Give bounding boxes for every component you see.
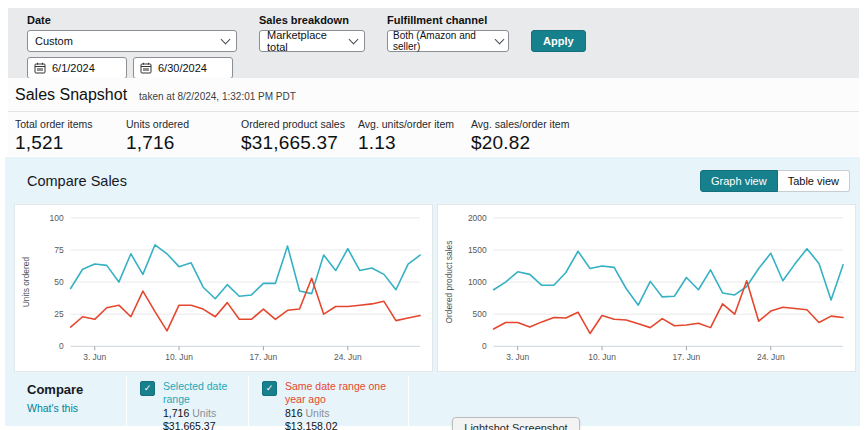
sales-snapshot-header: Sales Snapshot taken at 8/2/2024, 1:32:0… (8, 78, 859, 112)
svg-text:0: 0 (59, 341, 64, 351)
compare-legend: Compare What's this ✓ Selected date rang… (5, 376, 860, 430)
date-preset-value: Custom (35, 35, 73, 47)
svg-text:1500: 1500 (468, 245, 487, 255)
sales-snapshot-section: Sales Snapshot taken at 8/2/2024, 1:32:0… (8, 78, 859, 156)
svg-text:10. Jun: 10. Jun (588, 352, 616, 362)
svg-text:50: 50 (54, 277, 64, 287)
fulfillment-channel-select[interactable]: Both (Amazon and seller) (387, 30, 509, 52)
legend-label-selected: Selected date range (163, 380, 248, 406)
ordered-product-sales-chart-panel: 05001000150020003. Jun10. Jun17. Jun24. … (437, 204, 856, 372)
sales-breakdown-label: Sales breakdown (259, 14, 365, 26)
snapshot-timestamp: taken at 8/2/2024, 1:32:01 PM PDT (139, 91, 296, 102)
calendar-icon (34, 62, 46, 74)
svg-text:1000: 1000 (468, 277, 487, 287)
svg-text:25: 25 (54, 309, 64, 319)
calendar-icon (140, 62, 152, 74)
legend-units-suffix: Units (305, 407, 329, 419)
metric-value: 1,521 (15, 132, 126, 154)
date-filter-label: Date (27, 14, 237, 26)
metric-avg-units-order-item: Avg. units/order item 1.13 (358, 118, 471, 154)
svg-text:0: 0 (482, 341, 487, 351)
metric-label: Units ordered (126, 118, 241, 130)
svg-text:75: 75 (54, 245, 64, 255)
selected-range-checkbox[interactable]: ✓ (140, 381, 155, 396)
chevron-down-icon (495, 35, 505, 45)
legend-units-suffix: Units (192, 407, 216, 419)
ordered-product-sales-chart: 05001000150020003. Jun10. Jun17. Jun24. … (438, 205, 855, 371)
metric-avg-sales-order-item: Avg. sales/order item $20.82 (471, 118, 859, 154)
metric-label: Ordered product sales (241, 118, 358, 130)
metric-units-ordered: Units ordered 1,716 (126, 118, 241, 154)
svg-text:2000: 2000 (468, 213, 487, 223)
units-ordered-chart-panel: 02550751003. Jun10. Jun17. Jun24. JunUni… (14, 204, 433, 372)
svg-text:17. Jun: 17. Jun (673, 352, 701, 362)
svg-text:24. Jun: 24. Jun (334, 352, 362, 362)
legend-item-selected-range: ✓ Selected date range 1,716 Units $31,66… (126, 376, 248, 430)
legend-units-year-ago: 816 (285, 407, 303, 419)
svg-text:500: 500 (473, 309, 487, 319)
units-ordered-chart: 02550751003. Jun10. Jun17. Jun24. JunUni… (15, 205, 432, 371)
sales-breakdown-group: Sales breakdown Marketplace total (259, 14, 365, 52)
start-date-input[interactable]: 6/1/2024 (27, 57, 127, 79)
end-date-value: 6/30/2024 (158, 62, 207, 74)
date-range-row: 6/1/2024 6/30/2024 (27, 57, 237, 79)
chevron-down-icon (221, 35, 231, 45)
metric-total-order-items: Total order items 1,521 (15, 118, 126, 154)
metric-value: 1.13 (358, 132, 471, 154)
graph-view-button[interactable]: Graph view (700, 170, 778, 192)
metric-ordered-product-sales: Ordered product sales $31,665.37 (241, 118, 358, 154)
legend-label-year-ago: Same date range one year ago (285, 380, 395, 406)
svg-text:Ordered product sales: Ordered product sales (444, 241, 454, 324)
apply-button[interactable]: Apply (531, 30, 586, 52)
chevron-down-icon (349, 35, 359, 45)
compare-sales-title: Compare Sales (27, 173, 127, 189)
whats-this-link[interactable]: What's this (27, 402, 126, 414)
svg-text:24. Jun: 24. Jun (757, 352, 785, 362)
metric-label: Avg. units/order item (358, 118, 471, 130)
charts-row: 02550751003. Jun10. Jun17. Jun24. JunUni… (14, 204, 856, 372)
fulfillment-channel-label: Fulfillment channel (387, 14, 509, 26)
snapshot-metrics: Total order items 1,521 Units ordered 1,… (8, 112, 859, 154)
table-view-button[interactable]: Table view (778, 170, 850, 192)
year-ago-checkbox[interactable]: ✓ (262, 381, 277, 396)
metric-value: $20.82 (471, 132, 859, 154)
metric-label: Avg. sales/order item (471, 118, 859, 130)
svg-text:100: 100 (50, 213, 64, 223)
svg-text:10. Jun: 10. Jun (165, 352, 193, 362)
sales-breakdown-select[interactable]: Marketplace total (259, 30, 365, 52)
sales-breakdown-value: Marketplace total (267, 29, 342, 53)
svg-text:3. Jun: 3. Jun (506, 352, 529, 362)
compare-sales-header: Compare Sales Graph view Table view (5, 157, 860, 192)
metric-label: Total order items (15, 118, 126, 130)
end-date-input[interactable]: 6/30/2024 (133, 57, 233, 79)
start-date-value: 6/1/2024 (52, 62, 95, 74)
svg-text:Units ordered: Units ordered (21, 257, 31, 308)
compare-heading: Compare (27, 382, 126, 397)
legend-units-selected: 1,716 (163, 407, 189, 419)
legend-sales-selected: $31,665.37 (163, 420, 248, 430)
date-preset-select[interactable]: Custom (27, 30, 237, 52)
fulfillment-channel-group: Fulfillment channel Both (Amazon and sel… (387, 14, 509, 52)
date-filter-group: Date Custom 6/1/2024 6/30/2024 (27, 14, 237, 79)
compare-sales-section: Compare Sales Graph view Table view 0255… (5, 157, 860, 426)
compare-legend-heading-col: Compare What's this (5, 376, 126, 430)
fulfillment-channel-value: Both (Amazon and seller) (393, 30, 488, 52)
metric-value: 1,716 (126, 132, 241, 154)
legend-sales-year-ago: $13,158.02 (285, 420, 395, 430)
view-toggle: Graph view Table view (700, 170, 850, 192)
sales-snapshot-title: Sales Snapshot (15, 86, 127, 104)
svg-text:3. Jun: 3. Jun (83, 352, 106, 362)
lightshot-screenshot-tooltip[interactable]: Lightshot Screenshot (452, 417, 580, 430)
legend-item-year-ago: ✓ Same date range one year ago 816 Units… (248, 376, 408, 430)
metric-value: $31,665.37 (241, 132, 358, 154)
filter-bar: Date Custom 6/1/2024 6/30/2024 Sales bre… (8, 8, 859, 78)
svg-text:17. Jun: 17. Jun (250, 352, 278, 362)
